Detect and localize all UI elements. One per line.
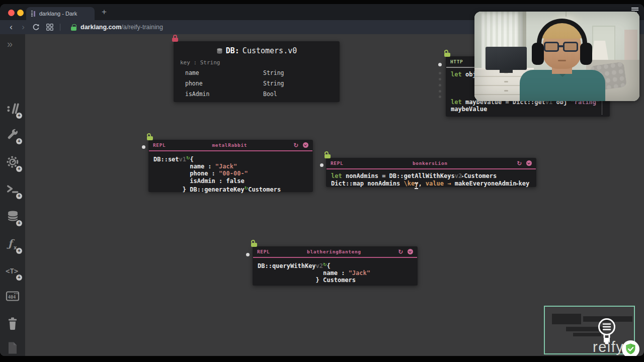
collapse-icon[interactable] xyxy=(303,142,308,148)
url-path: /a/reify-training xyxy=(121,24,163,31)
repl-bonkerslion-box[interactable]: REPL bonkersLion ↻ let nonAdmins = DB::g… xyxy=(326,158,536,187)
address-bar[interactable]: darklang.com/a/reify-training xyxy=(80,20,163,34)
sidebar-item-datastores[interactable]: + xyxy=(0,206,25,226)
handler-dot xyxy=(439,72,441,74)
code-line[interactable]: maybeValue xyxy=(451,106,605,113)
unlocked-icon[interactable] xyxy=(444,50,450,57)
db-mini-icon xyxy=(216,47,223,55)
db-key-row: key : String xyxy=(180,59,340,66)
repl-kind-label: REPL xyxy=(153,142,166,148)
add-worker-badge: + xyxy=(16,138,22,144)
sidebar-item-workers[interactable]: + xyxy=(0,124,25,144)
browser-window: darklang - Dark + ‹ › xyxy=(0,4,644,356)
live-value-rail xyxy=(602,100,602,115)
handler-dot xyxy=(438,63,442,66)
db-field-row[interactable]: phone String xyxy=(185,80,340,87)
db-kind-label: DB: xyxy=(226,46,239,55)
new-tab-button[interactable]: + xyxy=(99,6,110,18)
https-lock-icon[interactable] xyxy=(68,20,78,34)
screen: darklang - Dark + ‹ › xyxy=(0,0,644,362)
reload-button[interactable] xyxy=(30,20,41,34)
sidebar-item-types[interactable]: <T> + xyxy=(0,260,25,281)
handler-dot xyxy=(439,78,441,80)
unlocked-icon[interactable] xyxy=(147,133,153,140)
repl-header[interactable]: REPL blatheringBanteng ↻ xyxy=(253,246,418,257)
handler-dot xyxy=(439,90,441,93)
unlocked-icon[interactable] xyxy=(325,151,331,158)
repl-name: blatheringBanteng xyxy=(274,249,394,254)
db-field-name: phone xyxy=(185,80,263,87)
sidebar-item-404s[interactable]: 404 xyxy=(0,286,25,306)
add-http-handler-badge: + xyxy=(16,113,22,119)
repl-name: bonkersLion xyxy=(347,160,513,166)
sidebar-item-functions[interactable]: ƒ x + xyxy=(0,234,25,254)
sidebar-item-repls[interactable]: + xyxy=(0,179,25,199)
db-field-type: Bool xyxy=(263,90,277,98)
reify-wordmark: reify xyxy=(593,339,624,355)
repl-blatheringbanteng-box[interactable]: REPL blatheringBanteng ↻ DB::queryWithKe… xyxy=(253,246,418,286)
locked-icon[interactable] xyxy=(172,35,178,42)
rerun-icon[interactable]: ↻ xyxy=(517,160,522,167)
handler-dot xyxy=(320,163,324,167)
document-icon xyxy=(7,341,18,354)
code-line[interactable]: DB::setv1↻{ xyxy=(153,154,308,163)
code-line[interactable]: Dict::map nonAdmins \key, value → makeEv… xyxy=(331,180,531,188)
db-field-name: name xyxy=(185,69,263,76)
handler-dot xyxy=(246,253,250,256)
unlocked-icon[interactable] xyxy=(251,240,257,247)
repl-kind-label: REPL xyxy=(257,249,270,254)
repl-kind-label: REPL xyxy=(331,160,343,166)
expand-sidebar-icon[interactable]: » xyxy=(7,38,13,50)
db-field-row[interactable]: isAdmin Bool xyxy=(185,90,340,98)
forward-button[interactable]: › xyxy=(18,20,28,34)
minimize-window-button[interactable] xyxy=(17,10,24,16)
add-cron-badge: + xyxy=(16,166,22,172)
close-window-button[interactable] xyxy=(8,10,15,16)
repl-metalrabbit-box[interactable]: REPL metalRabbit ↻ DB::setv1↻{ name : "J… xyxy=(148,140,313,192)
code-line[interactable]: name : "Jack" xyxy=(258,269,413,277)
text-cursor xyxy=(414,183,419,189)
toolbar-divider xyxy=(59,20,60,34)
trash-icon xyxy=(7,317,19,330)
editor-sidebar: » + + xyxy=(0,34,25,356)
url-domain: darklang.com xyxy=(80,24,121,31)
tab-title: darklang - Dark xyxy=(39,11,77,17)
sidebar-item-cron-jobs[interactable]: + xyxy=(0,152,25,172)
handler-dot xyxy=(439,96,441,98)
db-field-type: String xyxy=(263,80,284,87)
http-kind-label: HTTP xyxy=(450,59,463,64)
db-name: Customers.v0 xyxy=(243,46,297,55)
browser-tab-darklang[interactable]: darklang - Dark xyxy=(26,7,95,20)
code-line[interactable]: phone : "00-00-" xyxy=(153,170,308,177)
svg-text:<T>: <T> xyxy=(6,267,18,275)
svg-text:404: 404 xyxy=(8,295,16,300)
collapse-icon[interactable] xyxy=(526,160,532,166)
code-line[interactable]: let nonAdmins = DB::getAllWithKeysv2▸Cus… xyxy=(331,172,531,180)
code-line[interactable]: } DB::generateKey↻Customers xyxy=(153,185,308,193)
db-customers-box[interactable]: DB: Customers.v0 key : String name Strin… xyxy=(174,41,340,102)
back-button[interactable]: ‹ xyxy=(6,20,16,34)
code-line[interactable]: isAdmin : false xyxy=(153,177,308,185)
letterbox-bar xyxy=(0,356,644,362)
collapse-icon[interactable] xyxy=(408,249,413,254)
add-type-badge: + xyxy=(16,275,22,281)
code-line[interactable]: DB::queryWithKeyv2↻{ xyxy=(258,261,413,269)
sidebar-item-http-handlers[interactable]: + xyxy=(0,99,25,119)
code-line[interactable]: } Customers xyxy=(258,277,413,284)
rerun-icon[interactable]: ↻ xyxy=(293,142,299,149)
db-field-row[interactable]: name String xyxy=(185,69,340,76)
handler-dot xyxy=(439,84,441,86)
db-box-title: DB: Customers.v0 xyxy=(174,41,340,55)
repl-header[interactable]: REPL bonkersLion ↻ xyxy=(326,158,536,168)
sidebar-item-packages[interactable] xyxy=(0,338,25,356)
darklang-favicon-icon xyxy=(31,11,36,17)
add-function-badge: + xyxy=(16,248,22,254)
speed-dial-icon[interactable] xyxy=(44,20,55,34)
add-datastore-badge: + xyxy=(16,220,22,226)
repl-header[interactable]: REPL metalRabbit ↻ xyxy=(148,140,313,150)
handler-dot xyxy=(142,145,145,149)
rerun-icon[interactable]: ↻ xyxy=(398,248,404,255)
db-field-type: String xyxy=(263,69,284,76)
sidebar-item-deleted[interactable] xyxy=(0,313,25,333)
code-line[interactable]: name : "Jack" xyxy=(153,163,308,170)
